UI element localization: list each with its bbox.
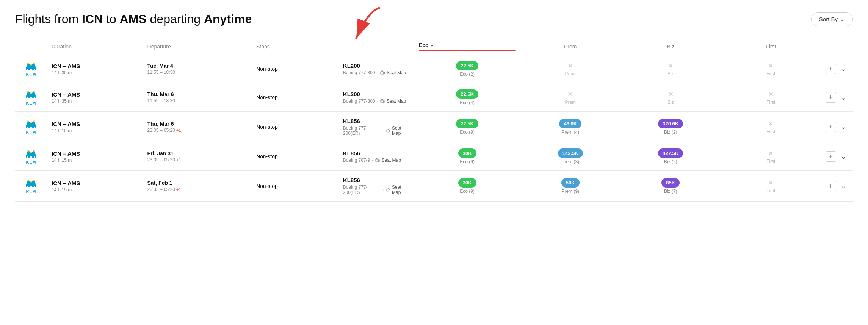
seat-map-text[interactable]: Seat Map [387,70,406,75]
flight-number: KL856 [343,118,410,124]
expand-button[interactable]: + [826,151,836,162]
actions-cell[interactable]: + ⌄ [821,171,853,202]
eco-price-badge[interactable]: 22.5K [456,61,478,70]
eco-price-cell[interactable]: 30K Eco (9) [414,142,520,171]
eco-price-badge[interactable]: 30K [458,178,476,188]
seat-map-text[interactable]: Seat Map [392,125,410,136]
aircraft-text: Boeing 777-200(ER) [343,125,381,136]
seat-map-link[interactable]: Seat Map [380,70,406,75]
route-text: ICN – AMS [52,180,138,186]
first-x-icon: ✕ [725,62,816,70]
prem-price-badge[interactable]: 50K [561,178,580,188]
expand-chevron-button[interactable]: ⌄ [839,92,848,103]
eco-price-cell[interactable]: 22.5K Eco (4) [414,83,520,112]
col-duration: Duration [47,38,143,55]
actions-cell[interactable]: + ⌄ [821,83,853,112]
svg-point-4 [30,64,32,66]
eco-price-badge[interactable]: 22.5K [456,119,478,128]
biz-price-badge[interactable]: 85K [661,178,680,188]
first-x-icon: ✕ [725,179,816,187]
svg-point-37 [30,152,32,153]
actions-group: + ⌄ [826,92,848,103]
expand-chevron-button[interactable]: ⌄ [839,121,848,133]
seat-map-text[interactable]: Seat Map [382,158,401,163]
actions-group: + ⌄ [826,121,848,133]
airline-cell: KLM [15,55,47,83]
actions-cell[interactable]: + ⌄ [821,112,853,142]
eco-price-label: Eco (4) [419,100,516,105]
dot-separator: · [377,70,378,75]
duration-text: 14 h 15 m [52,158,138,163]
biz-price-cell: ✕ Biz [620,83,721,112]
prem-price-cell[interactable]: 50K Prem (9) [520,171,620,202]
route-text: ICN – AMS [52,63,138,69]
dep-date: Thu, Mar 6 [147,91,247,97]
flight-info-cell: KL856 Boeing 787-9 · Seat Map [338,142,414,171]
svg-point-26 [30,122,32,123]
eco-price-badge[interactable]: 30K [458,148,476,158]
dot-separator: · [383,128,384,133]
biz-price-cell[interactable]: 320.6K Biz (2) [620,112,721,142]
prem-price-badge[interactable]: 43.8K [559,119,581,128]
dep-time: 23:05 – 05:20 +1 [147,187,247,192]
svg-rect-6 [27,69,28,70]
prem-price-cell[interactable]: 142.5K Prem (3) [520,142,620,171]
eco-price-cell[interactable]: 30K Eco (9) [414,171,520,202]
flight-info-cell: KL200 Boeing 777-300 · Seat Map [338,55,414,83]
dep-date: Thu, Mar 6 [147,121,247,127]
sort-button[interactable]: Sort By ⌄ [811,12,853,26]
klm-crown-icon [24,119,38,130]
expand-chevron-button[interactable]: ⌄ [839,180,848,192]
col-airline [15,38,47,55]
biz-x-icon: ✕ [625,62,716,70]
seat-map-text[interactable]: Seat Map [387,98,406,104]
biz-price-cell[interactable]: 85K Biz (7) [620,171,721,202]
flight-details: Boeing 777-200(ER) · Seat Map [343,125,410,136]
seat-map-text[interactable]: Seat Map [392,184,410,195]
biz-price-badge[interactable]: 320.6K [658,119,683,128]
expand-button[interactable]: + [826,181,836,191]
seat-map-link[interactable]: Seat Map [386,125,410,136]
departure-cell: Thu, Mar 6 11:55 – 18:30 [143,83,252,112]
svg-rect-28 [27,127,28,128]
svg-point-38 [33,150,35,152]
prem-price-cell[interactable]: 43.8K Prem (4) [520,112,620,142]
actions-cell[interactable]: + ⌄ [821,142,853,171]
expand-chevron-button[interactable]: ⌄ [839,151,848,162]
dep-date: Fri, Jan 31 [147,150,247,156]
flight-number: KL200 [343,91,410,97]
table-row: KLM ICN – AMS 14 h 15 m Sat, Feb 1 23:05… [15,171,853,202]
stops-cell: Non-stop [252,142,338,171]
biz-price-cell: ✕ Biz [620,55,721,83]
biz-price-badge[interactable]: 427.5K [658,148,683,158]
svg-rect-19 [34,97,35,98]
seat-map-link[interactable]: Seat Map [386,184,410,195]
eco-price-cell[interactable]: 22.5K Eco (2) [414,55,520,83]
expand-button[interactable]: + [826,64,836,74]
col-stops: Stops [252,38,338,55]
expand-chevron-button[interactable]: ⌄ [839,63,848,75]
seat-icon [380,70,385,75]
seat-map-link[interactable]: Seat Map [375,158,401,163]
seat-map-link[interactable]: Seat Map [380,98,406,104]
svg-point-36 [27,150,29,152]
eco-price-cell[interactable]: 22.5K Eco (9) [414,112,520,142]
prem-price-badge[interactable]: 142.5K [558,148,583,158]
first-unavail-label: First [725,188,816,194]
svg-point-15 [30,92,32,94]
flight-details: Boeing 787-9 · Seat Map [343,158,410,163]
biz-price-cell[interactable]: 427.5K Biz (2) [620,142,721,171]
departure-cell: Thu, Mar 6 23:05 – 05:20 +1 [143,112,252,142]
sort-chevron-icon: ⌄ [840,16,845,23]
expand-button[interactable]: + [826,92,836,103]
col-eco[interactable]: Eco ⌄ [414,38,520,55]
expand-button[interactable]: + [826,122,836,132]
klm-crown-icon [24,61,38,72]
svg-rect-52 [34,186,35,187]
first-unavailable: ✕ First [725,179,816,194]
eco-price-badge[interactable]: 22.5K [456,89,478,99]
actions-cell[interactable]: + ⌄ [821,55,853,83]
seat-icon [380,99,385,103]
prem-price-label: Prem (4) [525,130,616,135]
aircraft-text: Boeing 777-300 [343,70,375,75]
